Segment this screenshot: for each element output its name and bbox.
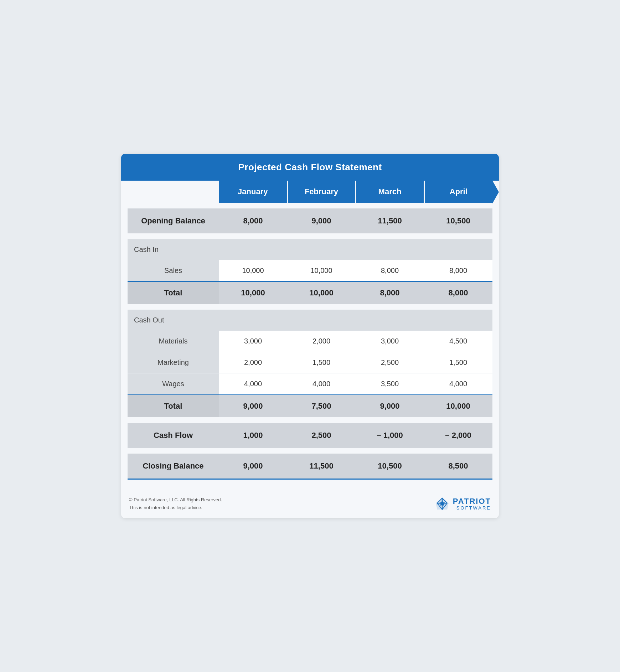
spacer-4 <box>128 417 492 423</box>
cash-out-total-mar: 9,000 <box>356 395 424 417</box>
materials-feb: 2,000 <box>287 331 356 352</box>
cash-out-total-feb: 7,500 <box>287 395 356 417</box>
footer-line1: © Patriot Software, LLC. All Rights Rese… <box>129 496 222 504</box>
cash-flow-mar: – 1,000 <box>356 423 424 448</box>
cash-in-total-feb: 10,000 <box>287 281 356 304</box>
cash-in-feb-empty <box>287 239 356 260</box>
cash-out-label: Cash Out <box>128 310 219 331</box>
sales-row: Sales 10,000 10,000 8,000 8,000 <box>128 260 492 281</box>
spacer-1 <box>128 203 492 208</box>
sales-feb: 10,000 <box>287 260 356 281</box>
header-march: March <box>356 181 424 203</box>
cash-flow-feb: 2,500 <box>287 423 356 448</box>
closing-balance-apr: 8,500 <box>424 454 492 479</box>
footer-left: © Patriot Software, LLC. All Rights Rese… <box>129 496 222 512</box>
materials-mar: 3,000 <box>356 331 424 352</box>
sales-jan: 10,000 <box>219 260 287 281</box>
spacer-3 <box>128 304 492 310</box>
opening-balance-feb: 9,000 <box>287 208 356 233</box>
cash-out-mar-empty <box>356 310 424 331</box>
closing-balance-row: Closing Balance 9,000 11,500 10,500 8,50… <box>128 454 492 479</box>
logo-software: SOFTWARE <box>453 506 491 511</box>
closing-balance-jan: 9,000 <box>219 454 287 479</box>
opening-balance-row: Opening Balance 8,000 9,000 11,500 10,50… <box>128 208 492 233</box>
title-bar: Projected Cash Flow Statement <box>121 154 499 181</box>
wages-jan: 4,000 <box>219 373 287 395</box>
header-february: February <box>287 181 356 203</box>
header-label-cell <box>128 181 219 203</box>
wages-label: Wages <box>128 373 219 395</box>
wages-feb: 4,000 <box>287 373 356 395</box>
closing-balance-mar: 10,500 <box>356 454 424 479</box>
cash-out-apr-empty <box>424 310 492 331</box>
opening-balance-mar: 11,500 <box>356 208 424 233</box>
table-wrap: January February March April Opening Bal… <box>121 181 499 489</box>
marketing-jan: 2,000 <box>219 352 287 373</box>
marketing-mar: 2,500 <box>356 352 424 373</box>
cash-in-total-apr: 8,000 <box>424 281 492 304</box>
logo-text: PATRIOT SOFTWARE <box>453 497 491 511</box>
sales-apr: 8,000 <box>424 260 492 281</box>
marketing-apr: 1,500 <box>424 352 492 373</box>
cash-flow-jan: 1,000 <box>219 423 287 448</box>
cash-out-jan-empty <box>219 310 287 331</box>
opening-balance-label: Opening Balance <box>128 208 219 233</box>
cash-in-label: Cash In <box>128 239 219 260</box>
wages-apr: 4,000 <box>424 373 492 395</box>
page-title: Projected Cash Flow Statement <box>238 162 382 172</box>
closing-balance-label: Closing Balance <box>128 454 219 479</box>
materials-jan: 3,000 <box>219 331 287 352</box>
materials-label: Materials <box>128 331 219 352</box>
cash-flow-table: January February March April Opening Bal… <box>128 181 492 485</box>
card: Projected Cash Flow Statement January Fe… <box>121 154 499 518</box>
spacer-6 <box>128 479 492 485</box>
opening-balance-apr: 10,500 <box>424 208 492 233</box>
sales-mar: 8,000 <box>356 260 424 281</box>
cash-in-total-jan: 10,000 <box>219 281 287 304</box>
header-row: January February March April <box>128 181 492 203</box>
opening-balance-jan: 8,000 <box>219 208 287 233</box>
spacer-2 <box>128 233 492 239</box>
wages-mar: 3,500 <box>356 373 424 395</box>
wages-row: Wages 4,000 4,000 3,500 4,000 <box>128 373 492 395</box>
spacer-5 <box>128 448 492 454</box>
cash-flow-row: Cash Flow 1,000 2,500 – 1,000 – 2,000 <box>128 423 492 448</box>
closing-balance-feb: 11,500 <box>287 454 356 479</box>
footer-logo: PATRIOT SOFTWARE <box>434 496 491 512</box>
cash-in-section-header: Cash In <box>128 239 492 260</box>
cash-in-total-label: Total <box>128 281 219 304</box>
cash-out-total-label: Total <box>128 395 219 417</box>
cash-out-feb-empty <box>287 310 356 331</box>
materials-apr: 4,500 <box>424 331 492 352</box>
cash-out-section-header: Cash Out <box>128 310 492 331</box>
materials-row: Materials 3,000 2,000 3,000 4,500 <box>128 331 492 352</box>
cash-in-apr-empty <box>424 239 492 260</box>
cash-in-total-row: Total 10,000 10,000 8,000 8,000 <box>128 281 492 304</box>
cash-out-total-row: Total 9,000 7,500 9,000 10,000 <box>128 395 492 417</box>
cash-in-total-mar: 8,000 <box>356 281 424 304</box>
marketing-row: Marketing 2,000 1,500 2,500 1,500 <box>128 352 492 373</box>
cash-in-mar-empty <box>356 239 424 260</box>
footer-line2: This is not intended as legal advice. <box>129 504 222 512</box>
footer: © Patriot Software, LLC. All Rights Rese… <box>121 490 499 518</box>
cash-out-total-jan: 9,000 <box>219 395 287 417</box>
header-january: January <box>219 181 287 203</box>
cash-flow-apr: – 2,000 <box>424 423 492 448</box>
header-april: April <box>424 181 492 203</box>
marketing-feb: 1,500 <box>287 352 356 373</box>
marketing-label: Marketing <box>128 352 219 373</box>
logo-patriot: PATRIOT <box>453 497 491 506</box>
patriot-logo-icon <box>434 496 450 512</box>
sales-label: Sales <box>128 260 219 281</box>
cash-out-total-apr: 10,000 <box>424 395 492 417</box>
cash-in-jan-empty <box>219 239 287 260</box>
cash-flow-label: Cash Flow <box>128 423 219 448</box>
